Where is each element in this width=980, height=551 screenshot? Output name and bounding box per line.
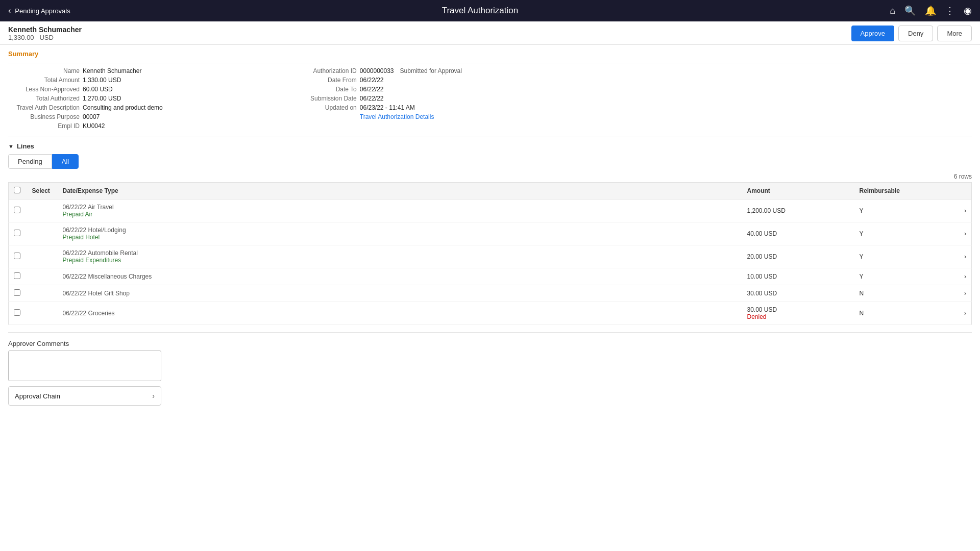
row-amount-3: 10.00 USD xyxy=(747,273,777,280)
empl-id-label: Empl ID xyxy=(8,122,80,130)
row-type-0: Air Travel xyxy=(86,204,113,211)
date-from-label: Date From xyxy=(285,77,357,84)
row-chevron-3[interactable]: › xyxy=(957,268,972,285)
date-from-value: 06/22/22 xyxy=(360,77,384,84)
top-bar-actions: ⌂ 🔍 🔔 ⋮ ◉ xyxy=(890,5,972,16)
row-link-2[interactable]: Prepaid Expenditures xyxy=(63,257,737,264)
summary-updated-on-row: Updated on 06/23/22 - 11:41 AM xyxy=(285,104,462,111)
select-all-header xyxy=(9,183,27,199)
row-checkbox-5[interactable] xyxy=(14,309,20,316)
travel-auth-desc-label: Travel Auth Description xyxy=(8,104,80,111)
summary-submission-date-row: Submission Date 06/22/22 xyxy=(285,95,462,102)
date-expense-col-header: Date/Expense Type xyxy=(58,183,742,199)
tab-pending[interactable]: Pending xyxy=(8,154,52,169)
summary-date-to-row: Date To 06/22/22 xyxy=(285,86,462,93)
row-reimbursable-1: Y xyxy=(854,222,957,245)
summary-travel-auth-desc-row: Travel Auth Description Consulting and p… xyxy=(8,104,163,111)
row-checkbox-3[interactable] xyxy=(14,272,20,279)
row-amount-1: 40.00 USD xyxy=(747,230,777,237)
total-authorized-value: 1,270.00 USD xyxy=(83,95,121,102)
row-date-2: 06/22/22 xyxy=(63,249,87,257)
row-chevron-1[interactable]: › xyxy=(957,222,972,245)
row-chevron-5[interactable]: › xyxy=(957,302,972,325)
row-chevron-4[interactable]: › xyxy=(957,285,972,302)
approve-button[interactable]: Approve xyxy=(851,26,894,41)
updated-on-value: 06/23/22 - 11:41 AM xyxy=(360,104,415,111)
total-amount-label: Total Amount xyxy=(8,77,80,84)
row-type-3: Miscellaneous Charges xyxy=(86,273,152,280)
total-amount-value: 1,330.00 USD xyxy=(83,77,121,84)
row-checkbox-1[interactable] xyxy=(14,230,20,236)
tab-all[interactable]: All xyxy=(52,154,79,169)
row-status-denied-5: Denied xyxy=(747,313,849,320)
table-row: 06/22/22 Automobile RentalPrepaid Expend… xyxy=(9,245,972,268)
submission-date-label: Submission Date xyxy=(285,95,357,102)
search-icon[interactable]: 🔍 xyxy=(904,5,916,16)
approval-chain-bar[interactable]: Approval Chain › xyxy=(8,386,161,406)
row-chevron-0[interactable]: › xyxy=(957,199,972,222)
summary-left-col: Name Kenneth Schumacher Total Amount 1,3… xyxy=(8,67,163,130)
name-value: Kenneth Schumacher xyxy=(83,67,141,74)
summary-total-authorized-row: Total Authorized 1,270.00 USD xyxy=(8,95,163,102)
updated-on-label: Updated on xyxy=(285,104,357,111)
row-reimbursable-0: Y xyxy=(854,199,957,222)
row-reimbursable-3: Y xyxy=(854,268,957,285)
empl-id-value: KU0042 xyxy=(83,122,105,130)
row-checkbox-2[interactable] xyxy=(14,253,20,259)
travel-auth-details-link[interactable]: Travel Authorization Details xyxy=(360,113,434,120)
row-date-4: 06/22/22 xyxy=(63,290,87,297)
rows-count: 6 rows xyxy=(8,173,972,180)
less-non-approved-label: Less Non-Approved xyxy=(8,86,80,93)
summary-auth-id-row: Authorization ID 0000000033 Submitted fo… xyxy=(285,67,462,74)
amount-col-header: Amount xyxy=(742,183,854,199)
deny-button[interactable]: Deny xyxy=(898,26,933,41)
row-amount-2: 20.00 USD xyxy=(747,253,777,260)
summary-total-amount-row: Total Amount 1,330.00 USD xyxy=(8,77,163,84)
row-date-1: 06/22/22 xyxy=(63,227,87,234)
auth-id-value: 0000000033 xyxy=(360,67,394,74)
approver-comments-textarea[interactable] xyxy=(8,350,161,381)
row-checkbox-4[interactable] xyxy=(14,289,20,296)
row-date-5: 06/22/22 xyxy=(63,310,87,317)
row-amount-0: 1,200.00 USD xyxy=(747,207,786,214)
auth-id-status: Submitted for Approval xyxy=(400,67,462,74)
employee-info: Kenneth Schumacher 1,330.00 USD xyxy=(8,26,82,41)
back-nav[interactable]: ‹ Pending Approvals xyxy=(8,6,70,15)
close-icon[interactable]: ◉ xyxy=(964,5,972,16)
more-button[interactable]: More xyxy=(937,26,972,41)
summary-grid: Name Kenneth Schumacher Total Amount 1,3… xyxy=(8,67,972,130)
approver-comments-label: Approver Comments xyxy=(8,340,972,347)
bell-icon[interactable]: 🔔 xyxy=(925,5,936,16)
home-icon[interactable]: ⌂ xyxy=(890,6,895,16)
row-link-0[interactable]: Prepaid Air xyxy=(63,211,737,218)
top-bar: ‹ Pending Approvals Travel Authorization… xyxy=(0,0,980,21)
total-amount-display: 1,330.00 USD xyxy=(8,34,82,41)
page-title: Travel Authorization xyxy=(70,6,890,16)
summary-less-non-approved-row: Less Non-Approved 60.00 USD xyxy=(8,86,163,93)
approval-chain-label: Approval Chain xyxy=(15,392,60,400)
date-to-value: 06/22/22 xyxy=(360,86,384,93)
table-row: 06/22/22 Groceries30.00 USDDeniedN› xyxy=(9,302,972,325)
row-type-5: Groceries xyxy=(86,310,114,317)
total-authorized-label: Total Authorized xyxy=(8,95,80,102)
row-chevron-2[interactable]: › xyxy=(957,245,972,268)
main-content: Summary Name Kenneth Schumacher Total Am… xyxy=(0,45,980,411)
business-purpose-value: 00007 xyxy=(83,113,100,120)
auth-id-label: Authorization ID xyxy=(285,67,357,74)
back-label: Pending Approvals xyxy=(15,7,70,15)
name-label: Name xyxy=(8,67,80,74)
select-all-checkbox[interactable] xyxy=(14,187,20,193)
row-link-1[interactable]: Prepaid Hotel xyxy=(63,234,737,241)
lines-collapse-icon[interactable]: ▼ xyxy=(8,143,14,149)
action-buttons: Approve Deny More xyxy=(851,26,972,41)
lines-section-title: ▼ Lines xyxy=(8,142,972,150)
select-col-header: Select xyxy=(27,183,58,199)
back-arrow-icon: ‹ xyxy=(8,6,11,15)
table-header-row: Select Date/Expense Type Amount Reimburs… xyxy=(9,183,972,199)
summary-right-col: Authorization ID 0000000033 Submitted fo… xyxy=(285,67,462,130)
summary-date-from-row: Date From 06/22/22 xyxy=(285,77,462,84)
more-vert-icon[interactable]: ⋮ xyxy=(945,5,954,16)
row-checkbox-0[interactable] xyxy=(14,207,20,213)
lines-tab-group: Pending All xyxy=(8,154,972,169)
summary-name-row: Name Kenneth Schumacher xyxy=(8,67,163,74)
